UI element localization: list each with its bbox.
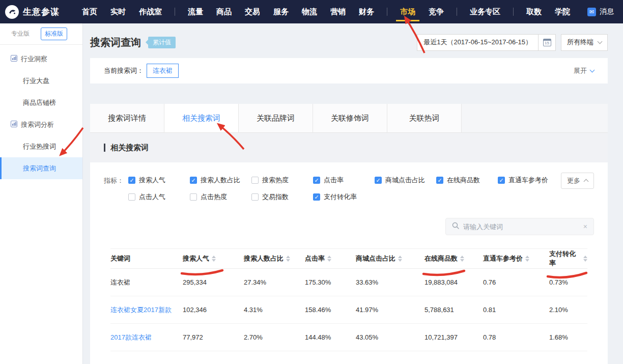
tab-related-brand-terms[interactable]: 关联品牌词 bbox=[239, 104, 313, 132]
nav-item-data-extract[interactable]: 取数 bbox=[520, 0, 548, 23]
column-header-mall-click-ratio[interactable]: 商城点击占比 bbox=[356, 254, 424, 263]
more-metrics-button[interactable]: 更多 bbox=[561, 173, 594, 189]
checkbox-label: 在线商品数 bbox=[447, 176, 480, 185]
brand-name: 生意参谋 bbox=[23, 6, 60, 18]
nav-item-product[interactable]: 商品 bbox=[210, 0, 238, 23]
value-cell: 33.63% bbox=[356, 278, 424, 286]
checkbox-search-user-ratio[interactable]: 搜索人数占比 bbox=[190, 176, 251, 185]
sidebar-item-label: 搜索词分析 bbox=[21, 120, 54, 129]
value-cell: 2.70% bbox=[244, 333, 305, 341]
logo-icon bbox=[5, 5, 19, 19]
tab-search-term-detail[interactable]: 搜索词详情 bbox=[90, 104, 164, 132]
current-search-label: 当前搜索词： bbox=[104, 66, 144, 75]
metric-filters: 指标： 搜索人气 搜索人数占比 搜索热度 点击率 商城点击占比 在线商品数 直通… bbox=[90, 162, 608, 205]
nav-item-finance[interactable]: 财务 bbox=[352, 0, 381, 23]
current-search-term-chip[interactable]: 连衣裙 bbox=[147, 64, 179, 78]
section-header: 相关搜索词 bbox=[90, 133, 608, 162]
sidebar-item-search-term-query[interactable]: 搜索词查询 bbox=[0, 157, 82, 179]
sort-icon bbox=[286, 256, 290, 262]
keyword-cell[interactable]: 连衣裙女夏2017新款 bbox=[110, 305, 183, 315]
nav-item-traffic[interactable]: 流量 bbox=[181, 0, 210, 23]
nav-item-business-zone[interactable]: 业务专区 bbox=[463, 0, 507, 23]
checkbox-click-rate[interactable]: 点击率 bbox=[313, 176, 375, 185]
checkbox-click-heat[interactable]: 点击热度 bbox=[190, 192, 251, 202]
expand-label: 展开 bbox=[574, 66, 587, 75]
sidebar-item-industry-insight[interactable]: 行业洞察 bbox=[0, 48, 82, 70]
nav-item-marketing[interactable]: 营销 bbox=[324, 0, 352, 23]
checkbox-icon bbox=[251, 193, 259, 201]
value-cell: 27.34% bbox=[244, 278, 305, 286]
version-tab-standard[interactable]: 标准版 bbox=[41, 27, 67, 40]
sidebar-item-industry-hot-words[interactable]: 行业热搜词 bbox=[0, 135, 82, 157]
checkbox-ztc-reference-price[interactable]: 直通车参考价 bbox=[498, 176, 559, 185]
column-header-click-rate[interactable]: 点击率 bbox=[305, 254, 356, 263]
checkbox-label: 支付转化率 bbox=[324, 192, 357, 202]
value-cell: 144.48% bbox=[305, 333, 356, 341]
nav-item-realtime[interactable]: 实时 bbox=[104, 0, 132, 23]
checkbox-icon bbox=[436, 177, 443, 184]
nav-item-home[interactable]: 首页 bbox=[75, 0, 104, 23]
checkbox-label: 点击热度 bbox=[201, 192, 227, 202]
nav-item-competition[interactable]: 竞争 bbox=[422, 0, 450, 23]
page-header: 搜索词查询 累计值 最近1天（2017-06-15~2017-06-15） 15… bbox=[90, 33, 608, 52]
main-content: 搜索词查询 累计值 最近1天（2017-06-15~2017-06-15） 15… bbox=[83, 23, 623, 364]
value-cell: 2.10% bbox=[549, 306, 587, 314]
sidebar-item-label: 搜索词查询 bbox=[23, 164, 56, 173]
nav-item-market[interactable]: 市场 bbox=[393, 0, 422, 23]
value-cell: 1.68% bbox=[549, 333, 587, 341]
sidebar-item-search-term-analysis[interactable]: 搜索词分析 bbox=[0, 114, 82, 135]
column-header-search-user-ratio[interactable]: 搜索人数占比 bbox=[244, 254, 305, 263]
tab-related-modifier-terms[interactable]: 关联修饰词 bbox=[313, 104, 387, 132]
column-header-search-popularity[interactable]: 搜索人气 bbox=[183, 254, 244, 263]
clear-icon[interactable]: × bbox=[583, 222, 587, 231]
checkbox-online-products[interactable]: 在线商品数 bbox=[436, 176, 498, 185]
nav-divider bbox=[175, 8, 175, 16]
sidebar-item-industry-overview[interactable]: 行业大盘 bbox=[0, 70, 82, 92]
checkbox-click-popularity[interactable]: 点击人气 bbox=[128, 192, 190, 202]
nav-divider bbox=[457, 8, 457, 16]
nav-item-academy[interactable]: 学院 bbox=[548, 0, 577, 23]
terminal-select[interactable]: 所有终端 bbox=[561, 34, 608, 51]
checkbox-icon bbox=[128, 193, 135, 201]
checkbox-icon bbox=[251, 177, 259, 184]
column-header-online-products[interactable]: 在线商品数 bbox=[424, 254, 483, 263]
keyword-cell[interactable]: 2017款连衣裙 bbox=[110, 333, 183, 342]
brand[interactable]: 生意参谋 bbox=[5, 5, 75, 19]
chevron-down-icon bbox=[598, 39, 603, 44]
keyword-search-row: × bbox=[90, 205, 608, 235]
tab-related-search-terms[interactable]: 相关搜索词 bbox=[164, 104, 239, 132]
date-range-picker[interactable]: 最近1天（2017-06-15~2017-06-15） 15 bbox=[417, 34, 556, 51]
main-nav: 首页 实时 作战室 流量 商品 交易 服务 物流 营销 财务 市场 竞争 业务专… bbox=[75, 0, 577, 23]
version-tab-professional[interactable]: 专业版 bbox=[7, 27, 34, 40]
page-title: 搜索词查询 bbox=[90, 36, 141, 49]
checkbox-payment-conversion[interactable]: 支付转化率 bbox=[313, 192, 375, 202]
sidebar-item-label: 行业热搜词 bbox=[23, 142, 56, 151]
current-search-panel: 当前搜索词： 连衣裙 展开 bbox=[90, 58, 608, 83]
keyword-search-input[interactable] bbox=[463, 223, 579, 231]
nav-item-war-room[interactable]: 作战室 bbox=[132, 0, 168, 23]
column-header-payment-conversion[interactable]: 支付转化率 bbox=[549, 249, 587, 268]
checkbox-icon bbox=[190, 193, 197, 201]
calendar-button[interactable]: 15 bbox=[538, 35, 555, 50]
tab-bar: 搜索词详情 相关搜索词 关联品牌词 关联修饰词 关联热词 bbox=[90, 104, 608, 133]
message-entry[interactable]: ✉ 消息 bbox=[587, 7, 614, 16]
column-header-ztc-reference-price[interactable]: 直通车参考价 bbox=[483, 254, 549, 263]
checkbox-icon bbox=[128, 177, 135, 184]
calendar-icon: 15 bbox=[543, 39, 551, 46]
checkbox-search-popularity[interactable]: 搜索人气 bbox=[128, 176, 190, 185]
nav-item-logistics[interactable]: 物流 bbox=[295, 0, 324, 23]
nav-item-service[interactable]: 服务 bbox=[267, 0, 295, 23]
tab-related-hot-terms[interactable]: 关联热词 bbox=[387, 104, 462, 132]
checkbox-label: 点击率 bbox=[324, 176, 344, 185]
expand-toggle[interactable]: 展开 bbox=[574, 66, 594, 75]
nav-item-trade[interactable]: 交易 bbox=[238, 0, 267, 23]
checkbox-trade-index[interactable]: 交易指数 bbox=[251, 192, 313, 202]
checkbox-icon bbox=[313, 177, 320, 184]
checkbox-search-heat[interactable]: 搜索热度 bbox=[251, 176, 313, 185]
checkbox-mall-click-ratio[interactable]: 商城点击占比 bbox=[375, 176, 436, 185]
doc-chart-icon bbox=[11, 55, 17, 63]
message-icon: ✉ bbox=[587, 8, 596, 16]
sidebar-item-product-shop-rank[interactable]: 商品店铺榜 bbox=[0, 92, 82, 114]
value-cell: 5,788,631 bbox=[424, 306, 483, 314]
table-row: 连衣裙 295,334 27.34% 175.30% 33.63% 19,883… bbox=[110, 269, 587, 296]
